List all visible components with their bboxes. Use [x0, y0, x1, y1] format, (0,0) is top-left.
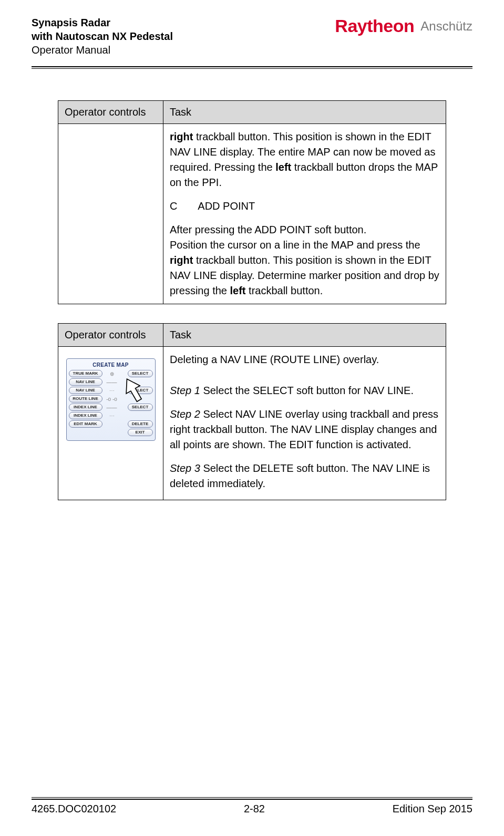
route-line-button[interactable]: ROUTE LINE: [69, 395, 102, 402]
task-cell: right trackball button. This position is…: [163, 124, 446, 304]
panel-row: EXIT: [69, 429, 153, 436]
task-paragraph: Step 2 Select NAV LINE overlay using tra…: [170, 407, 439, 452]
step-label: Step 1: [170, 385, 200, 396]
footer-line: 4265.DOC020102 2-82 Edition Sep 2015: [32, 800, 472, 815]
col-header-operator: Operator controls: [58, 101, 163, 124]
text-span: Position the cursor on a line in the MAP…: [170, 239, 420, 251]
line-icon: ——: [104, 404, 120, 411]
text-span: Select NAV LINE overlay using trackball …: [170, 408, 438, 450]
table-row: right trackball button. This position is…: [58, 124, 446, 304]
col-header-task: Task: [163, 324, 446, 347]
task-paragraph: Step 3 Select the DELETE soft button. Th…: [170, 461, 439, 491]
task-paragraph: Step 1 Select the SELECT soft button for…: [170, 383, 439, 398]
footer-page-number: 2-82: [244, 803, 265, 815]
page-content: Operator controls Task right trackball b…: [32, 69, 472, 500]
task-paragraph: Deleting a NAV LINE (ROUTE LINE) overlay…: [170, 352, 439, 367]
operator-cell: [58, 124, 163, 304]
page-footer: 4265.DOC020102 2-82 Edition Sep 2015: [32, 796, 472, 815]
index-line-button[interactable]: INDEX LINE: [69, 412, 102, 419]
bold-word: left: [275, 161, 291, 173]
exit-button[interactable]: EXIT: [128, 429, 153, 436]
page-header: Synapsis Radar with Nautoscan NX Pedesta…: [32, 16, 472, 64]
select-button[interactable]: SELECT: [128, 370, 153, 377]
task-paragraph: C ADD POINT: [170, 199, 439, 214]
footer-edition: Edition Sep 2015: [393, 803, 472, 815]
panel-row: INDEX LINE ⋯: [69, 412, 153, 419]
text-span: After pressing the ADD POINT soft button…: [170, 224, 366, 235]
divider: [32, 797, 472, 798]
text-span: Select the DELETE soft button. The NAV L…: [170, 462, 430, 489]
col-header-operator: Operator controls: [58, 324, 163, 347]
table-row: CREATE MAP TRUE MARK ⊕ SELECT NAV LINE —…: [58, 347, 446, 500]
svg-marker-0: [125, 377, 142, 404]
text-span: Select the SELECT soft button for NAV LI…: [200, 385, 414, 396]
doc-title-line3: Operator Manual: [32, 43, 173, 57]
edit-mark-button[interactable]: EDIT MARK: [69, 420, 102, 428]
true-mark-button[interactable]: TRUE MARK: [69, 370, 102, 377]
table-header-row: Operator controls Task: [58, 101, 446, 124]
brand-sub-text: Anschütz: [420, 19, 472, 34]
crosshair-icon: ⊕: [104, 370, 120, 377]
line-icon: ——: [104, 378, 120, 386]
header-title-block: Synapsis Radar with Nautoscan NX Pedesta…: [32, 16, 173, 57]
create-map-panel: CREATE MAP TRUE MARK ⊕ SELECT NAV LINE —…: [66, 358, 156, 441]
dotted-icon: ⋯: [104, 412, 120, 419]
text-span: trackball button.: [246, 285, 323, 296]
brand-main-text: Raytheon: [335, 16, 414, 36]
operator-cell: CREATE MAP TRUE MARK ⊕ SELECT NAV LINE —…: [58, 347, 163, 500]
divider: [32, 66, 472, 67]
task-paragraph: right trackball button. This position is…: [170, 129, 439, 190]
segments-icon: -o -o: [104, 395, 120, 402]
doc-title-line1: Synapsis Radar: [32, 16, 173, 29]
bold-word: left: [230, 285, 246, 296]
step-label: Step 2: [170, 408, 200, 420]
panel-row: TRUE MARK ⊕ SELECT: [69, 370, 153, 377]
select-button[interactable]: SELECT: [128, 404, 153, 411]
step-label: Step 3: [170, 462, 200, 474]
operator-task-table-1: Operator controls Task right trackball b…: [58, 100, 446, 304]
panel-title: CREATE MAP: [69, 361, 153, 370]
task-paragraph: After pressing the ADD POINT soft button…: [170, 222, 439, 298]
panel-row: EDIT MARK DELETE: [69, 420, 153, 428]
dotted-icon: ⋯: [104, 387, 120, 394]
footer-doc-number: 4265.DOC020102: [32, 803, 116, 815]
nav-line-button[interactable]: NAV LINE: [69, 378, 102, 386]
bold-word: right: [170, 131, 193, 142]
col-header-task: Task: [163, 101, 446, 124]
index-line-button[interactable]: INDEX LINE: [69, 404, 102, 411]
cursor-arrow-icon: [125, 377, 142, 404]
nav-line-button[interactable]: NAV LINE: [69, 387, 102, 394]
delete-button[interactable]: DELETE: [128, 420, 153, 428]
table-header-row: Operator controls Task: [58, 324, 446, 347]
task-cell: Deleting a NAV LINE (ROUTE LINE) overlay…: [163, 347, 446, 500]
doc-title-line2: with Nautoscan NX Pedestal: [32, 29, 173, 43]
brand-block: Raytheon Anschütz: [335, 16, 472, 36]
panel-row: INDEX LINE —— SELECT: [69, 404, 153, 411]
operator-task-table-2: Operator controls Task CREATE MAP TRUE M…: [58, 323, 446, 500]
bold-word: right: [170, 254, 193, 266]
